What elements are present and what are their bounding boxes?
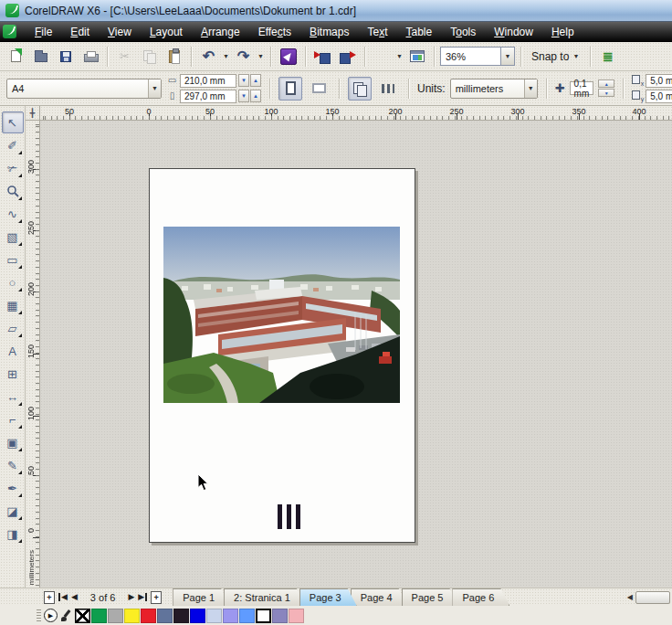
swatch-pink[interactable] (289, 609, 304, 623)
scrollbar-thumb[interactable] (635, 591, 670, 604)
page-tab-2-stranica-1[interactable]: 2: Stranica 1 (224, 588, 306, 606)
paper-width-spinner[interactable]: ▼▲ (238, 74, 261, 87)
smart-fill-tool[interactable]: ▧ (2, 226, 24, 248)
color-eyedropper-tool[interactable]: ✎ (2, 454, 24, 476)
previous-page-icon[interactable]: ◀ (71, 593, 78, 601)
document-page[interactable] (149, 168, 415, 543)
page-number-marks[interactable] (278, 504, 300, 529)
shape-tool[interactable]: ✐ (2, 134, 24, 156)
table-tool[interactable]: ⊞ (2, 363, 24, 385)
page-tab-page-5[interactable]: Page 5 (402, 588, 459, 606)
fill-tool[interactable]: ◪ (2, 500, 24, 522)
welcome-screen-button[interactable] (405, 45, 428, 68)
all-pages-button[interactable] (348, 77, 372, 101)
menu-help[interactable]: Help (542, 23, 583, 41)
copy-button[interactable] (138, 45, 161, 68)
paper-type-combo[interactable]: A4 (6, 79, 162, 99)
last-page-icon[interactable]: ▶ (138, 593, 147, 601)
chevron-down-icon[interactable] (257, 53, 265, 59)
connector-tool[interactable]: ⌐ (2, 408, 24, 430)
menu-view[interactable]: View (99, 23, 141, 41)
swatch-blue[interactable] (190, 609, 205, 623)
pick-tool[interactable]: ↖ (2, 111, 24, 133)
vertical-ruler[interactable]: millimeters 300250200150100500 (26, 121, 40, 588)
menu-arrange[interactable]: Arrange (192, 23, 249, 41)
nudge-field[interactable]: 0,1 mm (570, 81, 594, 95)
chevron-down-icon[interactable] (148, 79, 161, 98)
palette-flyout-icon[interactable] (44, 609, 58, 622)
outline-pen-tool[interactable]: ✒ (2, 477, 24, 499)
swatch-no-color[interactable] (75, 609, 90, 623)
menu-bitmaps[interactable]: Bitmaps (300, 23, 358, 41)
paste-button[interactable] (163, 45, 185, 68)
swatch-green[interactable] (91, 609, 107, 623)
swatch-light-blue[interactable] (239, 609, 255, 623)
swatch-muted-purple[interactable] (272, 609, 288, 623)
duplicate-x-field[interactable]: 5,0 mm (646, 74, 672, 88)
paper-height-spinner[interactable]: ▼▲ (238, 90, 261, 102)
zoom-level-combo[interactable]: 36% (440, 47, 515, 66)
freehand-tool[interactable]: ∿ (2, 203, 24, 225)
swatch-slate-blue[interactable] (157, 609, 173, 623)
menu-window[interactable]: Window (485, 23, 542, 41)
swatch-white[interactable] (256, 609, 271, 623)
ellipse-tool[interactable]: ○ (2, 271, 24, 293)
chevron-down-icon[interactable] (222, 53, 230, 59)
chevron-down-icon[interactable] (524, 79, 537, 98)
dimension-tool[interactable]: ↔ (2, 386, 24, 408)
basic-shapes-tool[interactable]: ▱ (2, 317, 24, 339)
first-page-icon[interactable]: ◀ (58, 593, 68, 601)
swatch-yellow[interactable] (124, 609, 140, 623)
redo-button[interactable] (232, 45, 255, 68)
paper-width-field[interactable]: 210,0 mm (180, 74, 236, 88)
text-tool[interactable]: A (2, 340, 24, 362)
page-tab-page-3[interactable]: Page 3 (299, 588, 357, 606)
swatch-gray[interactable] (108, 609, 123, 623)
add-page-icon[interactable] (44, 591, 55, 604)
menu-edit[interactable]: Edit (61, 23, 99, 41)
swatch-lavender[interactable] (223, 609, 238, 623)
export-button[interactable] (336, 45, 359, 68)
save-button[interactable] (54, 45, 77, 68)
rectangle-tool[interactable]: ▭ (2, 249, 24, 270)
menu-layout[interactable]: Layout (141, 23, 192, 41)
search-content-button[interactable] (277, 45, 299, 68)
interactive-fill-tool[interactable]: ◨ (2, 523, 24, 545)
menu-table[interactable]: Table (397, 23, 442, 41)
application-launcher-button[interactable] (371, 45, 394, 68)
zoom-tool[interactable] (2, 180, 24, 202)
options-button[interactable] (596, 45, 619, 68)
chevron-down-icon[interactable] (500, 47, 515, 66)
menu-tools[interactable]: Tools (441, 23, 485, 41)
ruler-origin-button[interactable] (26, 106, 40, 121)
swatch-pale-blue[interactable] (206, 609, 222, 623)
page-tab-page-4[interactable]: Page 4 (351, 588, 408, 606)
page-tab-page-6[interactable]: Page 6 (452, 588, 509, 606)
menu-file[interactable]: File (26, 23, 61, 41)
menu-text[interactable]: Text (358, 23, 396, 41)
open-button[interactable] (29, 45, 52, 68)
chevron-down-icon[interactable] (395, 53, 404, 59)
print-button[interactable] (79, 45, 101, 68)
duplicate-y-field[interactable]: 5,0 mm (646, 90, 672, 103)
landscape-button[interactable] (307, 77, 331, 101)
cut-button[interactable] (113, 45, 136, 68)
import-button[interactable] (311, 45, 334, 68)
crop-tool[interactable]: ✃ (2, 157, 24, 179)
menu-effects[interactable]: Effects (249, 23, 300, 41)
drawing-canvas[interactable] (40, 121, 672, 588)
snap-to-dropdown[interactable]: Snap to (527, 50, 584, 63)
undo-button[interactable] (197, 45, 220, 68)
horizontal-ruler[interactable]: 50050100150200250300350400 (40, 106, 672, 121)
next-page-icon[interactable]: ▶ (128, 593, 134, 601)
new-document-button[interactable] (5, 45, 27, 68)
add-page-icon[interactable] (151, 591, 162, 604)
portrait-button[interactable] (278, 77, 302, 101)
swatch-red[interactable] (141, 609, 156, 623)
current-page-button[interactable] (376, 77, 400, 101)
units-combo[interactable]: millimeters (450, 79, 538, 99)
palette-eyedropper-icon[interactable] (60, 609, 72, 622)
paper-height-field[interactable]: 297,0 mm (180, 90, 236, 103)
tab-scroll-left-icon[interactable] (627, 593, 633, 601)
effects-tool[interactable]: ▣ (2, 431, 24, 453)
